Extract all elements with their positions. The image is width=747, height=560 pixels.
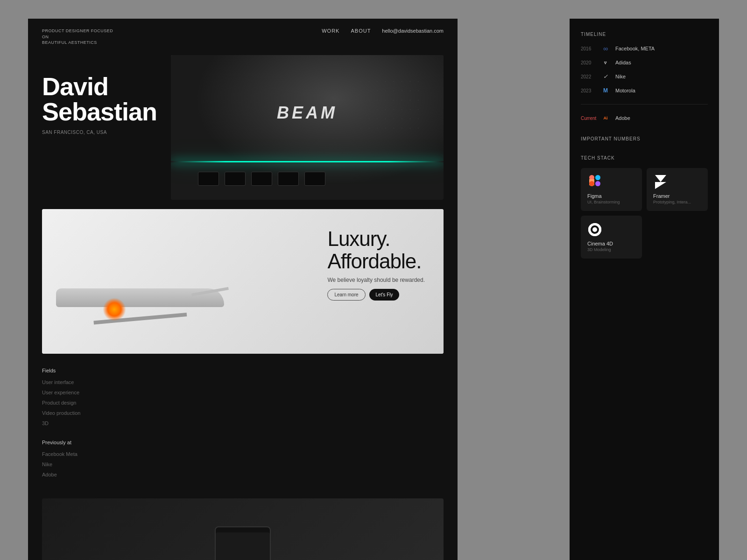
tech-title: TECH STACK	[581, 155, 708, 161]
tech-section: TECH STACK Figma	[581, 155, 708, 259]
figma-icon	[587, 175, 602, 189]
fields-list: User interface User experience Product d…	[42, 377, 444, 428]
luxury-line1: Luxury.	[327, 228, 425, 250]
hero-name: David Sebastian	[42, 74, 157, 124]
previously-nike: Nike	[42, 459, 444, 469]
beam-ports-row	[198, 167, 416, 190]
adobe-icon	[601, 114, 610, 122]
plane-visual	[42, 209, 323, 354]
cinema4d-logo	[588, 223, 601, 236]
timeline-year-2016: 2016	[581, 46, 596, 51]
figma-desc: UI, Brainstorming	[587, 200, 635, 204]
luxury-background: Luxury. Affordable. We believe loyalty s…	[42, 209, 444, 354]
timeline-item-nike: 2022 Nike	[581, 72, 708, 81]
previously-section: Previously at Facebook Meta Nike Adobe	[28, 428, 458, 480]
framer-desc: Prototyping, Intera...	[653, 200, 701, 204]
timeline-item-current: Current Adobe	[581, 114, 708, 122]
figma-name: Figma	[587, 193, 635, 199]
tech-card-cinema4d: Cinema 4D 3D Modeling	[581, 216, 642, 259]
field-item-product: Product design	[42, 398, 444, 408]
luxury-buttons: Learn more Let's Fly	[327, 289, 425, 301]
nav-about[interactable]: ABOUT	[351, 28, 371, 34]
beam-dots-pattern	[360, 77, 416, 133]
cinema4d-desc: 3D Modeling	[587, 247, 635, 252]
image-area-3	[28, 480, 458, 560]
luxury-line2: Affordable.	[327, 250, 425, 273]
field-item-video: Video production	[42, 408, 444, 418]
field-item-ux: User experience	[42, 387, 444, 398]
port-3	[251, 172, 272, 186]
beam-logo-text: BEAM	[277, 103, 338, 123]
port-4	[278, 172, 299, 186]
lets-fly-button[interactable]: Let's Fly	[369, 289, 400, 301]
device-project-image[interactable]	[42, 498, 444, 560]
timeline-item-motorola: 2023 Motorola	[581, 86, 708, 95]
timeline-year-2022: 2022	[581, 74, 596, 79]
adidas-icon	[601, 58, 610, 67]
timeline-item-meta: 2016 Facebook, META	[581, 44, 708, 53]
tech-card-framer: Framer Prototyping, Intera...	[647, 168, 708, 211]
cinema4d-name: Cinema 4D	[587, 241, 635, 246]
main-panel: PRODUCT DESIGNER FOCUSED ON BEAUTIFUL AE…	[28, 19, 458, 560]
nav-email[interactable]: hello@davidsebastian.com	[382, 28, 444, 34]
hero-section: David Sebastian SAN FRANCISCO, CA, USA B…	[28, 46, 458, 200]
luxury-text-block: Luxury. Affordable. We believe loyalty s…	[327, 228, 425, 301]
airplane-body	[56, 242, 233, 335]
header: PRODUCT DESIGNER FOCUSED ON BEAUTIFUL AE…	[28, 19, 458, 46]
svg-rect-1	[595, 175, 600, 180]
header-tagline: PRODUCT DESIGNER FOCUSED ON BEAUTIFUL AE…	[42, 28, 117, 46]
timeline-item-adidas: 2020 Adidas	[581, 58, 708, 67]
field-item-3d: 3D	[42, 418, 444, 428]
port-2	[225, 172, 246, 186]
learn-more-button[interactable]: Learn more	[327, 289, 365, 301]
engine-glow	[103, 298, 126, 321]
port-5	[304, 172, 325, 186]
nike-icon	[601, 72, 610, 81]
device-scene	[42, 498, 444, 560]
svg-point-5	[589, 181, 594, 186]
tech-card-figma: Figma UI, Brainstorming	[581, 168, 642, 211]
svg-point-3	[595, 181, 600, 186]
timeline-section: TIMELINE 2016 Facebook, META 2020 Adidas…	[581, 32, 708, 122]
hero-name-line1: David	[42, 74, 157, 99]
port-1	[198, 172, 219, 186]
company-adobe: Adobe	[615, 115, 630, 121]
field-item-ui: User interface	[42, 377, 444, 387]
timeline-year-current: Current	[581, 116, 596, 121]
side-panel: TIMELINE 2016 Facebook, META 2020 Adidas…	[570, 19, 719, 560]
luxury-project-image[interactable]: Luxury. Affordable. We believe loyalty s…	[42, 209, 444, 354]
tablet-screen	[216, 532, 270, 560]
beam-glow-strip	[171, 161, 444, 162]
timeline-year-2020: 2020	[581, 60, 596, 65]
previously-adobe: Adobe	[42, 469, 444, 480]
numbers-section: IMPORTANT NUMBERS	[581, 136, 708, 141]
fields-section: Fields User interface User experience Pr…	[28, 354, 458, 428]
company-motorola: Motorola	[615, 88, 635, 93]
meta-icon	[601, 44, 610, 53]
timeline-title: TIMELINE	[581, 32, 708, 37]
company-adidas: Adidas	[615, 60, 631, 65]
nav-work[interactable]: WORK	[322, 28, 339, 34]
company-nike: Nike	[615, 74, 626, 79]
luxury-subtext: We believe loyalty should be rewarded.	[327, 277, 425, 283]
numbers-title: IMPORTANT NUMBERS	[581, 136, 708, 141]
fuselage	[56, 288, 224, 307]
hero-name-line2: Sebastian	[42, 99, 157, 124]
timeline-divider	[581, 104, 708, 105]
beam-device: BEAM	[171, 55, 444, 200]
framer-icon	[653, 175, 668, 189]
previously-title: Previously at	[42, 440, 444, 445]
content-area: Luxury. Affordable. We believe loyalty s…	[28, 209, 458, 354]
framer-name: Framer	[653, 193, 701, 199]
tablet-shape	[215, 526, 271, 560]
hero-right: BEAM	[171, 55, 444, 200]
tech-grid: Figma UI, Brainstorming Framer Prototypi…	[581, 168, 708, 259]
cinema4d-icon	[587, 222, 602, 237]
tagline-line2: BEAUTIFUL AESTHETICS	[42, 40, 97, 45]
header-nav: WORK ABOUT hello@davidsebastian.com	[322, 28, 444, 34]
motorola-icon	[601, 86, 610, 95]
tagline-line1: PRODUCT DESIGNER FOCUSED ON	[42, 28, 113, 39]
beam-project-image[interactable]: BEAM	[171, 55, 444, 200]
company-meta: Facebook, META	[615, 46, 655, 51]
fields-title: Fields	[42, 368, 444, 373]
